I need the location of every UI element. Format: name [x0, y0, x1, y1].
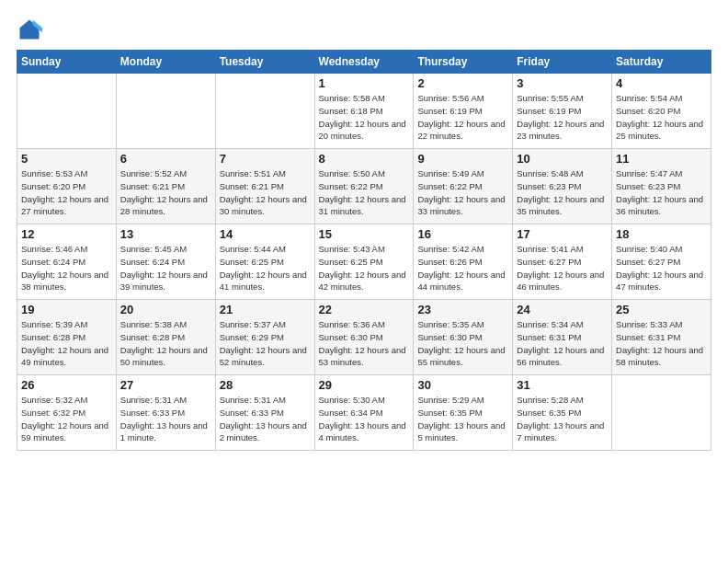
- calendar-cell: [116, 74, 215, 149]
- day-number: 25: [616, 303, 707, 316]
- day-info: Sunrise: 5:49 AM Sunset: 6:22 PM Dayligh…: [417, 167, 508, 218]
- calendar-cell: 4Sunrise: 5:54 AM Sunset: 6:20 PM Daylig…: [612, 74, 711, 149]
- day-info: Sunrise: 5:29 AM Sunset: 6:35 PM Dayligh…: [417, 394, 508, 444]
- day-info: Sunrise: 5:33 AM Sunset: 6:31 PM Dayligh…: [616, 318, 707, 369]
- day-number: 20: [120, 303, 211, 316]
- day-number: 13: [120, 227, 211, 241]
- weekday-header-sunday: Sunday: [17, 51, 117, 74]
- cell-inner: 6Sunrise: 5:52 AM Sunset: 6:21 PM Daylig…: [120, 152, 211, 221]
- cell-inner: 8Sunrise: 5:50 AM Sunset: 6:22 PM Daylig…: [319, 152, 410, 221]
- calendar-cell: 14Sunrise: 5:44 AM Sunset: 6:25 PM Dayli…: [215, 224, 314, 300]
- day-number: 29: [319, 378, 410, 392]
- day-info: Sunrise: 5:31 AM Sunset: 6:33 PM Dayligh…: [220, 394, 311, 444]
- day-info: Sunrise: 5:56 AM Sunset: 6:19 PM Dayligh…: [417, 92, 508, 143]
- cell-inner: 29Sunrise: 5:30 AM Sunset: 6:34 PM Dayli…: [319, 378, 410, 447]
- cell-inner: 25Sunrise: 5:33 AM Sunset: 6:31 PM Dayli…: [616, 303, 707, 372]
- day-number: 15: [319, 227, 410, 241]
- cell-inner: 21Sunrise: 5:37 AM Sunset: 6:29 PM Dayli…: [220, 303, 311, 372]
- calendar-cell: 6Sunrise: 5:52 AM Sunset: 6:21 PM Daylig…: [116, 149, 215, 224]
- calendar-cell: 29Sunrise: 5:30 AM Sunset: 6:34 PM Dayli…: [314, 375, 414, 451]
- day-number: 11: [616, 152, 707, 166]
- calendar-cell: 27Sunrise: 5:31 AM Sunset: 6:33 PM Dayli…: [116, 375, 215, 451]
- calendar-cell: [612, 375, 711, 451]
- calendar-cell: 11Sunrise: 5:47 AM Sunset: 6:23 PM Dayli…: [612, 149, 711, 224]
- cell-inner: 14Sunrise: 5:44 AM Sunset: 6:25 PM Dayli…: [220, 227, 311, 296]
- calendar-cell: 25Sunrise: 5:33 AM Sunset: 6:31 PM Dayli…: [612, 300, 711, 375]
- day-number: 31: [517, 378, 608, 392]
- day-number: 1: [319, 76, 410, 90]
- day-info: Sunrise: 5:32 AM Sunset: 6:32 PM Dayligh…: [21, 394, 112, 444]
- cell-inner: 3Sunrise: 5:55 AM Sunset: 6:19 PM Daylig…: [517, 76, 608, 145]
- cell-inner: 5Sunrise: 5:53 AM Sunset: 6:20 PM Daylig…: [21, 152, 112, 221]
- calendar-cell: 7Sunrise: 5:51 AM Sunset: 6:21 PM Daylig…: [215, 149, 314, 224]
- cell-inner: 28Sunrise: 5:31 AM Sunset: 6:33 PM Dayli…: [220, 378, 311, 447]
- calendar-cell: 22Sunrise: 5:36 AM Sunset: 6:30 PM Dayli…: [314, 300, 414, 375]
- cell-inner: 20Sunrise: 5:38 AM Sunset: 6:28 PM Dayli…: [120, 303, 211, 372]
- week-row-0: 1Sunrise: 5:58 AM Sunset: 6:18 PM Daylig…: [17, 74, 711, 149]
- cell-inner: 9Sunrise: 5:49 AM Sunset: 6:22 PM Daylig…: [417, 152, 508, 221]
- day-number: 9: [417, 152, 508, 166]
- cell-inner: 24Sunrise: 5:34 AM Sunset: 6:31 PM Dayli…: [517, 303, 608, 372]
- day-number: 30: [417, 378, 508, 392]
- cell-inner: 31Sunrise: 5:28 AM Sunset: 6:35 PM Dayli…: [517, 378, 608, 447]
- cell-inner: [220, 76, 311, 145]
- cell-inner: 1Sunrise: 5:58 AM Sunset: 6:18 PM Daylig…: [319, 76, 410, 145]
- day-info: Sunrise: 5:34 AM Sunset: 6:31 PM Dayligh…: [517, 318, 608, 369]
- day-info: Sunrise: 5:55 AM Sunset: 6:19 PM Dayligh…: [517, 92, 608, 143]
- day-number: 26: [21, 378, 112, 392]
- calendar-cell: 30Sunrise: 5:29 AM Sunset: 6:35 PM Dayli…: [414, 375, 513, 451]
- calendar-cell: 24Sunrise: 5:34 AM Sunset: 6:31 PM Dayli…: [513, 300, 612, 375]
- day-info: Sunrise: 5:43 AM Sunset: 6:25 PM Dayligh…: [319, 243, 410, 293]
- cell-inner: 15Sunrise: 5:43 AM Sunset: 6:25 PM Dayli…: [319, 227, 410, 296]
- week-row-4: 26Sunrise: 5:32 AM Sunset: 6:32 PM Dayli…: [17, 375, 711, 451]
- cell-inner: 27Sunrise: 5:31 AM Sunset: 6:33 PM Dayli…: [120, 378, 211, 447]
- calendar-cell: 2Sunrise: 5:56 AM Sunset: 6:19 PM Daylig…: [414, 74, 513, 149]
- cell-inner: 17Sunrise: 5:41 AM Sunset: 6:27 PM Dayli…: [517, 227, 608, 296]
- calendar-cell: 9Sunrise: 5:49 AM Sunset: 6:22 PM Daylig…: [414, 149, 513, 224]
- day-number: 2: [417, 76, 508, 90]
- day-number: 19: [21, 303, 112, 316]
- cell-inner: 19Sunrise: 5:39 AM Sunset: 6:28 PM Dayli…: [21, 303, 112, 372]
- weekday-header-tuesday: Tuesday: [215, 51, 314, 74]
- day-number: 12: [21, 227, 112, 241]
- day-number: 22: [319, 303, 410, 316]
- day-info: Sunrise: 5:38 AM Sunset: 6:28 PM Dayligh…: [120, 318, 211, 369]
- weekday-header-row: SundayMondayTuesdayWednesdayThursdayFrid…: [17, 51, 711, 74]
- cell-inner: 10Sunrise: 5:48 AM Sunset: 6:23 PM Dayli…: [517, 152, 608, 221]
- weekday-header-saturday: Saturday: [612, 51, 711, 74]
- cell-inner: 13Sunrise: 5:45 AM Sunset: 6:24 PM Dayli…: [120, 227, 211, 296]
- header: [17, 17, 711, 42]
- day-info: Sunrise: 5:53 AM Sunset: 6:20 PM Dayligh…: [21, 167, 112, 218]
- day-number: 18: [616, 227, 707, 241]
- day-number: 28: [220, 378, 311, 392]
- day-number: 5: [21, 152, 112, 166]
- day-info: Sunrise: 5:37 AM Sunset: 6:29 PM Dayligh…: [220, 318, 311, 369]
- day-info: Sunrise: 5:51 AM Sunset: 6:21 PM Dayligh…: [220, 167, 311, 218]
- calendar: SundayMondayTuesdayWednesdayThursdayFrid…: [17, 50, 711, 451]
- calendar-cell: 3Sunrise: 5:55 AM Sunset: 6:19 PM Daylig…: [513, 74, 612, 149]
- calendar-cell: [17, 74, 117, 149]
- day-info: Sunrise: 5:46 AM Sunset: 6:24 PM Dayligh…: [21, 243, 112, 293]
- calendar-cell: 19Sunrise: 5:39 AM Sunset: 6:28 PM Dayli…: [17, 300, 117, 375]
- weekday-header-wednesday: Wednesday: [314, 51, 414, 74]
- day-info: Sunrise: 5:50 AM Sunset: 6:22 PM Dayligh…: [319, 167, 410, 218]
- cell-inner: 7Sunrise: 5:51 AM Sunset: 6:21 PM Daylig…: [220, 152, 311, 221]
- day-number: 17: [517, 227, 608, 241]
- calendar-cell: 21Sunrise: 5:37 AM Sunset: 6:29 PM Dayli…: [215, 300, 314, 375]
- day-number: 21: [220, 303, 311, 316]
- weekday-header-monday: Monday: [116, 51, 215, 74]
- cell-inner: 30Sunrise: 5:29 AM Sunset: 6:35 PM Dayli…: [417, 378, 508, 447]
- day-number: 16: [417, 227, 508, 241]
- cell-inner: 23Sunrise: 5:35 AM Sunset: 6:30 PM Dayli…: [417, 303, 508, 372]
- cell-inner: 18Sunrise: 5:40 AM Sunset: 6:27 PM Dayli…: [616, 227, 707, 296]
- cell-inner: 12Sunrise: 5:46 AM Sunset: 6:24 PM Dayli…: [21, 227, 112, 296]
- day-number: 3: [517, 76, 608, 90]
- cell-inner: 11Sunrise: 5:47 AM Sunset: 6:23 PM Dayli…: [616, 152, 707, 221]
- day-info: Sunrise: 5:36 AM Sunset: 6:30 PM Dayligh…: [319, 318, 410, 369]
- day-number: 7: [220, 152, 311, 166]
- day-number: 27: [120, 378, 211, 392]
- logo-icon: [17, 17, 42, 42]
- day-info: Sunrise: 5:40 AM Sunset: 6:27 PM Dayligh…: [616, 243, 707, 293]
- week-row-3: 19Sunrise: 5:39 AM Sunset: 6:28 PM Dayli…: [17, 300, 711, 375]
- week-row-1: 5Sunrise: 5:53 AM Sunset: 6:20 PM Daylig…: [17, 149, 711, 224]
